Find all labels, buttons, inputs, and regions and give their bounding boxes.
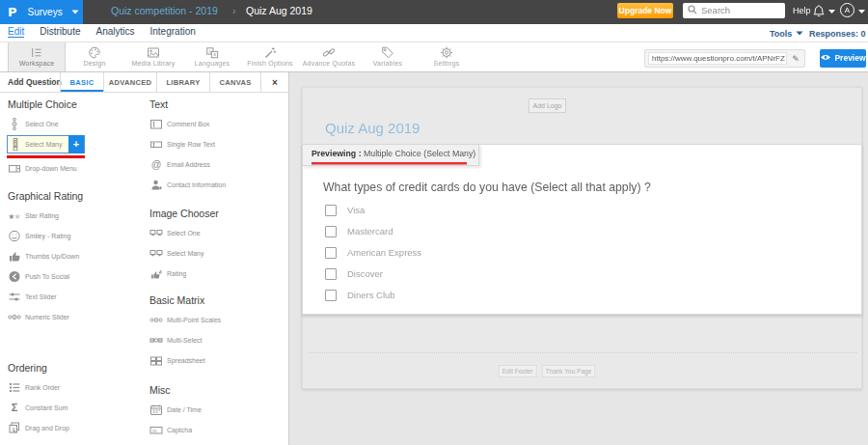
- nav-tab-integration[interactable]: Integration: [149, 26, 195, 38]
- qtype-thumbs-up-down[interactable]: Thumbs Up/Down: [8, 246, 145, 266]
- breadcrumb-separator: ›: [232, 0, 235, 21]
- contact-icon: [149, 179, 163, 191]
- qtype-label: Multi-Point Scales: [167, 317, 221, 324]
- question-text: What types of credit cards do you have (…: [323, 181, 651, 194]
- breadcrumb-parent[interactable]: Quiz competition - 2019: [111, 0, 218, 21]
- section-title-text: Text: [149, 98, 287, 110]
- checkbox-mastercard[interactable]: [325, 226, 337, 237]
- qtype-rank-order[interactable]: Rank Order: [8, 377, 145, 398]
- nav-tab-analytics[interactable]: Analytics: [95, 26, 134, 38]
- qtype-select-one[interactable]: Select One: [149, 223, 287, 243]
- qtype-date-time[interactable]: Date / Time: [149, 400, 287, 420]
- tool-advance-quotas[interactable]: Advance Quotas: [300, 42, 358, 71]
- tool-languages[interactable]: xaLanguages: [183, 42, 241, 71]
- qtype-drop-down-menu[interactable]: Drop-down Menu: [8, 158, 145, 179]
- qtype-label: Captcha: [167, 427, 192, 434]
- qtype-drag-and-drop[interactable]: Drag and Drop: [8, 418, 145, 438]
- breadcrumb-current[interactable]: Quiz Aug 2019: [246, 0, 312, 21]
- qtype-constant-sum[interactable]: ΣConstant Sum: [8, 398, 145, 418]
- panel-tab-library[interactable]: LIBRARY: [156, 72, 209, 92]
- notifications-bell-icon[interactable]: [813, 4, 825, 19]
- checkbox-american-express[interactable]: [325, 247, 337, 259]
- tool-workspace[interactable]: Workspace: [8, 42, 66, 71]
- checkbox-visa[interactable]: [325, 205, 337, 216]
- previewing-red-underline: [312, 162, 467, 165]
- qtype-rating[interactable]: Rating: [149, 264, 287, 284]
- panel-tab-advanced[interactable]: ADVANCED: [103, 72, 156, 92]
- panel-tab-basic[interactable]: BASIC: [60, 72, 103, 92]
- preview-button[interactable]: Preview: [820, 49, 866, 68]
- search-icon: [688, 5, 697, 16]
- bell-caret-icon[interactable]: [828, 10, 835, 14]
- nav-tab-edit[interactable]: Edit: [8, 26, 24, 38]
- tool-label: Design: [66, 59, 123, 67]
- qtype-single-row-text[interactable]: Single Row Text: [149, 134, 287, 154]
- qtype-smiley-rating[interactable]: Smiley - Rating: [8, 226, 145, 246]
- avatar-caret-icon[interactable]: [858, 10, 865, 14]
- previewing-tab: Previewing : Multiple Choice (Select Man…: [302, 144, 479, 166]
- add-logo-button[interactable]: Add Logo: [529, 98, 566, 113]
- close-panel-button[interactable]: ×: [260, 72, 288, 92]
- option-label: Discover: [347, 269, 383, 280]
- logo-area[interactable]: P Surveys: [0, 0, 83, 24]
- design-icon: [66, 42, 123, 59]
- panel-tab-canvas[interactable]: CANVAS: [209, 72, 260, 92]
- qtype-multi-select[interactable]: Multi-Select: [149, 330, 287, 350]
- tool-variables[interactable]: Variables: [359, 42, 417, 71]
- avatar[interactable]: A: [840, 3, 854, 17]
- at-icon: @: [149, 159, 163, 171]
- qtype-text-slider[interactable]: Text Slider: [8, 287, 145, 307]
- qtype-label: Star Rating: [25, 212, 59, 220]
- option-label: American Express: [347, 248, 421, 259]
- points-icon: [149, 314, 163, 326]
- qtype-multi-point-scales[interactable]: Multi-Point Scales: [149, 310, 287, 330]
- tool-media-library[interactable]: Media Library: [124, 42, 182, 71]
- qtype-select-many[interactable]: Select Many: [149, 243, 287, 264]
- qtype-select-many-selected[interactable]: Select Many+: [7, 135, 85, 153]
- option-row-discover: Discover: [325, 264, 383, 285]
- thank-you-page-button[interactable]: Thank You Page: [542, 365, 596, 377]
- qtype-star-rating[interactable]: ★★Star Rating: [8, 206, 145, 226]
- checkbox-diners-club[interactable]: [325, 290, 337, 301]
- survey-url-box: https://www.questionpro.com/t/APNrFZ ✎: [644, 49, 805, 68]
- section-graphical-rating: Graphical Rating★★Star RatingSmiley - Ra…: [8, 190, 145, 327]
- questionpro-logo[interactable]: P: [8, 5, 17, 19]
- section-title-basic-matrix: Basic Matrix: [149, 294, 287, 306]
- smiley-icon: [8, 230, 21, 242]
- multiselect-icon: [149, 334, 163, 347]
- qtype-label: Drag and Drop: [25, 425, 69, 432]
- calendar-icon: [149, 403, 163, 416]
- add-select-many-button[interactable]: +: [68, 135, 84, 153]
- qtype-captcha[interactable]: xsCaptcha: [149, 420, 287, 440]
- qtype-push-to-social[interactable]: Push To Social: [8, 266, 145, 287]
- edit-url-pencil-icon[interactable]: ✎: [787, 53, 804, 64]
- tool-label: Variables: [359, 59, 417, 67]
- qtype-label: Spreadsheet: [167, 357, 205, 365]
- help-link[interactable]: Help: [793, 0, 811, 21]
- nav-tabs: EditDistributeAnalyticsIntegration: [0, 24, 868, 42]
- qtype-label: Comment Box: [167, 121, 209, 128]
- qtype-spreadsheet[interactable]: Spreadsheet: [149, 350, 287, 371]
- surveys-caret-icon[interactable]: [72, 11, 79, 14]
- upgrade-now-button[interactable]: Upgrade Now: [617, 3, 673, 18]
- tool-settings[interactable]: Settings: [418, 42, 475, 71]
- search-input[interactable]: Search: [683, 3, 785, 18]
- survey-url-input[interactable]: https://www.questionpro.com/t/APNrFZ: [648, 52, 787, 65]
- checkbox-discover[interactable]: [325, 268, 337, 280]
- qtype-label: Constant Sum: [25, 404, 68, 412]
- qtype-label: Push To Social: [25, 273, 69, 281]
- edit-footer-button[interactable]: Edit Footer: [499, 365, 537, 377]
- qtype-email-address[interactable]: @Email Address: [149, 154, 287, 175]
- tools-menu[interactable]: Tools: [770, 24, 802, 42]
- qtype-select-one[interactable]: Select One: [8, 114, 145, 134]
- qtype-numeric-slider[interactable]: Numeric Slider: [8, 307, 145, 327]
- tool-finish-options[interactable]: Finish Options: [241, 42, 299, 71]
- tool-label: Finish Options: [241, 59, 299, 67]
- qtype-comment-box[interactable]: Comment Box: [149, 114, 287, 134]
- responses-count[interactable]: Responses: 0: [809, 24, 866, 42]
- product-surveys-label[interactable]: Surveys: [28, 7, 63, 18]
- nav-tab-distribute[interactable]: Distribute: [40, 26, 80, 38]
- qtype-contact-information[interactable]: Contact Information: [149, 175, 287, 195]
- survey-title: Quiz Aug 2019: [325, 120, 420, 136]
- tool-design[interactable]: Design: [66, 42, 123, 71]
